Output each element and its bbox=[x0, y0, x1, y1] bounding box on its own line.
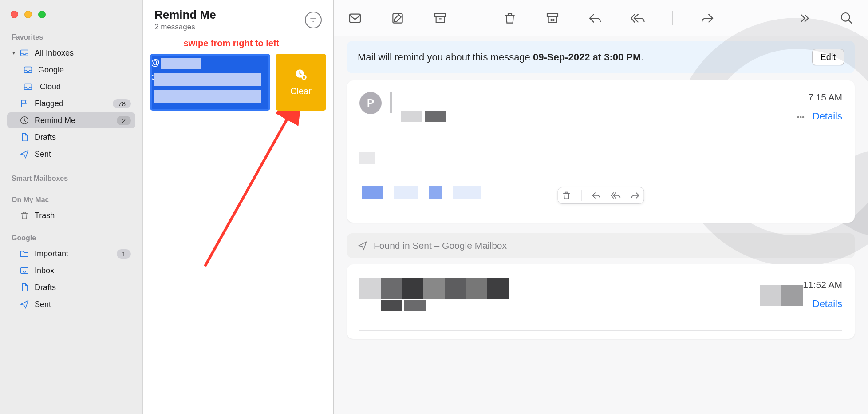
compose-button[interactable] bbox=[390, 10, 406, 26]
minimize-window-button[interactable] bbox=[24, 11, 32, 18]
svg-rect-2 bbox=[24, 84, 32, 90]
redacted-block bbox=[178, 74, 194, 85]
redacted-block bbox=[401, 111, 422, 122]
message-row-swiped[interactable]: @ o Clear bbox=[150, 54, 326, 111]
close-window-button[interactable] bbox=[11, 11, 18, 18]
filter-button[interactable] bbox=[305, 12, 322, 28]
sidebar-item-flagged[interactable]: Flagged 78 bbox=[7, 96, 135, 111]
reader-pane: Mail will remind you about this message … bbox=[334, 0, 868, 414]
sidebar-item-label: Remind Me bbox=[35, 116, 117, 125]
sidebar-item-g-drafts[interactable]: Drafts bbox=[7, 279, 135, 295]
delete-button[interactable] bbox=[502, 10, 518, 26]
inbox-icon bbox=[22, 65, 34, 75]
sidebar-item-g-sent[interactable]: Sent bbox=[7, 296, 135, 312]
more-button[interactable] bbox=[796, 10, 812, 26]
archive-icon bbox=[433, 11, 447, 25]
redacted-row bbox=[359, 278, 734, 299]
message-card: P 7:15 AM •••Details bbox=[347, 80, 855, 223]
details-link[interactable]: Details bbox=[813, 298, 842, 310]
sidebar-item-trash[interactable]: Trash bbox=[7, 207, 135, 223]
svg-rect-8 bbox=[350, 14, 360, 22]
annotation-text: swipe from right to left bbox=[143, 38, 333, 48]
window-controls bbox=[0, 4, 142, 29]
details-link[interactable]: Details bbox=[813, 111, 842, 122]
sidebar-item-remind-me[interactable]: Remind Me 2 bbox=[7, 112, 135, 128]
compose-icon bbox=[391, 11, 405, 25]
sidebar-item-label: Sent bbox=[35, 300, 131, 309]
found-in-bar: Found in Sent – Google Mailbox bbox=[347, 233, 855, 258]
sidebar-item-g-important[interactable]: Important 1 bbox=[7, 246, 135, 262]
swipe-clear-button[interactable]: Clear bbox=[276, 54, 326, 111]
paperplane-icon bbox=[358, 241, 367, 251]
sidebar-item-g-inbox[interactable]: Inbox bbox=[7, 263, 135, 279]
sidebar-item-label: Important bbox=[35, 249, 117, 259]
filter-icon bbox=[309, 16, 318, 24]
reminder-text-prefix: Mail will remind you about this message bbox=[358, 52, 533, 63]
search-icon bbox=[840, 11, 854, 25]
paperplane-icon bbox=[19, 299, 30, 309]
reminder-banner: Mail will remind you about this message … bbox=[347, 41, 855, 73]
divider bbox=[359, 169, 842, 169]
redacted-block bbox=[381, 300, 402, 310]
list-header: Remind Me 2 messages bbox=[143, 0, 333, 38]
message-time: 7:15 AM bbox=[797, 92, 842, 103]
sidebar: Favorites ▾ All Inboxes Google iCloud Fl… bbox=[0, 0, 143, 414]
sidebar-item-label: Trash bbox=[35, 211, 131, 220]
inbox-icon bbox=[19, 266, 30, 275]
svg-rect-10 bbox=[435, 13, 446, 16]
message-toolbar bbox=[334, 0, 868, 36]
redacted-row bbox=[760, 285, 803, 306]
folder-icon bbox=[19, 249, 30, 259]
reply-all-icon[interactable] bbox=[611, 191, 621, 200]
chevron-down-icon[interactable]: ▾ bbox=[11, 50, 17, 56]
redacted-text: @ bbox=[151, 57, 160, 68]
archive-button[interactable] bbox=[432, 10, 448, 26]
sidebar-item-all-inboxes[interactable]: ▾ All Inboxes bbox=[7, 45, 135, 61]
on-my-mac-heading: On My Mac bbox=[7, 191, 135, 207]
search-button[interactable] bbox=[839, 10, 855, 26]
message-list: @ o Clear bbox=[143, 48, 333, 414]
envelope-icon bbox=[348, 11, 362, 25]
reply-icon[interactable] bbox=[592, 191, 601, 200]
from-area bbox=[401, 92, 797, 124]
forward-icon[interactable] bbox=[631, 191, 640, 200]
message-row-selected[interactable]: @ o bbox=[150, 54, 270, 111]
more-icon[interactable]: ••• bbox=[797, 113, 805, 121]
forward-button[interactable] bbox=[699, 10, 715, 26]
count-badge: 78 bbox=[113, 99, 131, 108]
sidebar-item-label: Drafts bbox=[35, 133, 131, 142]
trash-icon[interactable] bbox=[562, 191, 572, 200]
redacted-block bbox=[154, 90, 261, 103]
toolbar-separator bbox=[672, 11, 673, 25]
flag-icon bbox=[19, 99, 30, 108]
redacted-block bbox=[429, 186, 442, 199]
sidebar-item-label: iCloud bbox=[38, 82, 131, 92]
reply-all-button[interactable] bbox=[630, 10, 646, 26]
document-icon bbox=[19, 283, 30, 292]
svg-rect-0 bbox=[21, 50, 28, 56]
list-subtitle: 2 messages bbox=[154, 23, 216, 32]
sidebar-item-google[interactable]: Google bbox=[7, 62, 135, 78]
reply-button[interactable] bbox=[587, 10, 603, 26]
annotation-arrow bbox=[196, 111, 312, 275]
reminder-datetime: 09-Sep-2022 at 3:00 PM bbox=[533, 52, 641, 63]
fullscreen-window-button[interactable] bbox=[38, 11, 46, 18]
sidebar-item-sent[interactable]: Sent bbox=[7, 146, 135, 162]
count-badge: 1 bbox=[117, 249, 131, 259]
toolbar-separator bbox=[581, 190, 582, 201]
edit-reminder-button[interactable]: Edit bbox=[812, 49, 844, 65]
sidebar-item-label: Flagged bbox=[35, 99, 113, 108]
envelope-button[interactable] bbox=[347, 10, 363, 26]
sidebar-item-label: All Inboxes bbox=[35, 48, 131, 58]
smart-mailboxes-heading: Smart Mailboxes bbox=[7, 170, 135, 185]
junk-button[interactable] bbox=[544, 10, 560, 26]
svg-rect-11 bbox=[547, 13, 558, 16]
message-card: 11:52 AM Details bbox=[347, 264, 855, 339]
redacted-block bbox=[394, 186, 418, 199]
sidebar-item-drafts[interactable]: Drafts bbox=[7, 129, 135, 145]
inbox-icon bbox=[19, 48, 30, 58]
chevrons-right-icon bbox=[797, 11, 811, 25]
clock-icon bbox=[19, 115, 30, 125]
redacted-block bbox=[362, 186, 383, 199]
sidebar-item-icloud[interactable]: iCloud bbox=[7, 79, 135, 95]
